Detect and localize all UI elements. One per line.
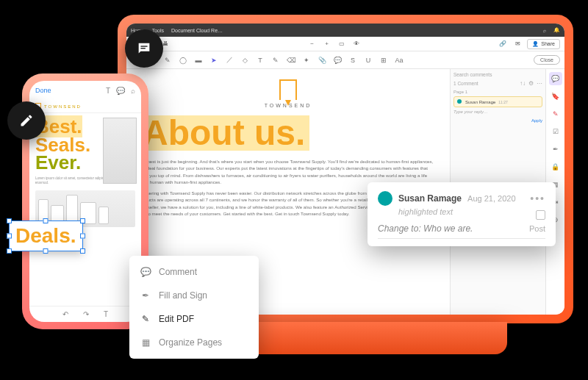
comments-rail-icon[interactable]: 💬 [549, 72, 562, 85]
done-button[interactable]: Done [35, 87, 51, 94]
bell-icon[interactable]: 🔔 [553, 27, 560, 33]
post-button[interactable]: Post [529, 224, 545, 233]
draw-tool-icon[interactable]: ✎ [270, 54, 282, 66]
bookmarks-rail-icon[interactable]: 🔖 [549, 90, 562, 103]
mobile-document[interactable]: Best. Seals. Ever. Lorem ipsum dolor sit… [29, 113, 141, 306]
comment-time: 11:27 [498, 100, 508, 104]
product-image [103, 118, 137, 184]
svg-rect-1 [140, 48, 145, 49]
apply-button[interactable]: Apply [453, 118, 542, 123]
zoom-out-icon[interactable]: − [307, 39, 318, 49]
comments-search[interactable]: Search comments [453, 72, 492, 77]
note-tool-icon[interactable]: 💬 [331, 54, 343, 66]
mobile-screen: Done T 💬 ⌕ TOWNSEND Best. Seals. Ever. L… [29, 81, 141, 322]
shapes-tool-icon[interactable]: ◯ [177, 54, 189, 66]
signature-icon: ✒ [140, 290, 151, 301]
line-tool-icon[interactable]: ／ [223, 54, 235, 66]
resize-handle[interactable] [80, 218, 85, 223]
more-icon[interactable]: ⋯ [537, 80, 542, 87]
textbox-tool-icon[interactable]: ⊞ [378, 54, 390, 66]
resolve-checkbox[interactable] [536, 210, 545, 220]
share-button[interactable]: 👤 Share [527, 39, 560, 49]
comment-text-input[interactable]: Change to: Who we are. [378, 223, 473, 234]
fit-page-icon[interactable]: ▭ [337, 39, 347, 49]
edit-toolbar: ▭ T ✎ ◯ ▬ ➤ ／ ◇ T ✎ ⌫ ✦ 📎 💬 S U ⊞ Aa Clo… [126, 51, 564, 69]
text-tool-icon[interactable]: T [106, 87, 110, 95]
ctx-fill-sign[interactable]: ✒ Fill and Sign [129, 284, 259, 307]
search-icon[interactable]: ⌕ [543, 28, 546, 33]
text-selection-box[interactable]: Deals. [9, 221, 83, 251]
brand-name: TOWNSEND [44, 104, 82, 109]
comments-count: 1 Comment [453, 81, 478, 86]
comment-type-label: highlighted text [398, 207, 545, 216]
font-size-icon[interactable]: Aa [393, 54, 405, 66]
comment-icon[interactable]: 💬 [116, 87, 125, 95]
resize-handle[interactable] [7, 234, 12, 239]
primary-toolbar: ☰ ⭳ 🖶 − + ▭ 👁 🔗 ✉ 👤 Share [126, 37, 564, 51]
form-rail-icon[interactable]: ☑ [549, 125, 562, 138]
comment-date: Aug 21, 2020 [467, 194, 515, 203]
stamp-tool-icon[interactable]: ✦ [301, 54, 312, 66]
resize-handle[interactable] [80, 234, 85, 239]
avatar-icon [378, 191, 392, 206]
callout-tool-icon[interactable]: ◇ [239, 54, 251, 66]
resize-handle[interactable] [43, 248, 49, 254]
text-mode-icon[interactable]: T [104, 310, 108, 318]
pencil-icon: ✎ [140, 314, 151, 324]
ctx-organize[interactable]: ▦ Organize Pages [129, 331, 259, 354]
email-icon[interactable]: ✉ [512, 39, 523, 49]
edit-pencil-icon[interactable] [7, 101, 46, 140]
resize-handle[interactable] [7, 218, 12, 223]
comment-card: Susan Ramage Aug 21, 2020 ••• highlighte… [368, 182, 556, 246]
ctx-comment[interactable]: 💬 Comment [129, 260, 259, 284]
avatar-icon [457, 99, 462, 104]
app-menubar: Home Tools Document Cloud Re… ⌕ 🔔 [126, 24, 564, 37]
sort-icon[interactable]: ↑↓ [520, 80, 526, 87]
redo-icon[interactable]: ↷ [83, 310, 89, 318]
mobile-brand-row: TOWNSEND [29, 100, 141, 113]
document-heading-highlighted[interactable]: About us. [138, 115, 309, 151]
comment-item[interactable]: Susan Ramage 11:27 [453, 96, 542, 107]
pages-icon: ▦ [140, 337, 151, 348]
link-icon[interactable]: 🔗 [498, 39, 508, 49]
highlight-tool-icon[interactable]: ▬ [193, 54, 204, 66]
mobile-header: Done T 💬 ⌕ [29, 81, 141, 100]
user-icon: 👤 [532, 41, 539, 47]
resize-handle[interactable] [7, 248, 12, 254]
undo-icon[interactable]: ↶ [62, 310, 68, 318]
reply-input[interactable]: Type your reply… [453, 110, 542, 114]
image-tool-icon[interactable]: ✎ [162, 54, 173, 66]
comment-author: Susan Ramage [398, 193, 462, 204]
page-label: Page 1 [453, 90, 542, 94]
svg-rect-0 [140, 46, 147, 46]
filter-icon[interactable]: ⚙ [528, 80, 534, 87]
close-toolbar-button[interactable]: Close [534, 55, 560, 65]
resize-handle[interactable] [43, 218, 49, 223]
pointer-tool-icon[interactable]: ➤ [208, 54, 220, 66]
mobile-footer: ↶ ↷ T [29, 306, 141, 322]
protect-rail-icon[interactable]: 🔒 [549, 160, 562, 173]
document-paragraph: The best is just the beginning. And that… [138, 158, 438, 185]
zoom-in-icon[interactable]: + [322, 39, 332, 49]
signature-rail-icon[interactable]: ✒ [549, 143, 562, 156]
comment-author: Susan Ramage [465, 100, 495, 104]
comment-icon: 💬 [140, 267, 151, 277]
underline-tool-icon[interactable]: U [362, 54, 374, 66]
chat-bubble-icon[interactable] [125, 29, 163, 68]
view-icon[interactable]: 👁 [351, 39, 362, 49]
heading-word: Ever. [35, 151, 81, 173]
context-menu: 💬 Comment ✒ Fill and Sign ✎ Edit PDF ▦ O… [129, 256, 259, 359]
ctx-edit-pdf[interactable]: ✎ Edit PDF [129, 307, 259, 331]
attach-tool-icon[interactable]: 📎 [316, 54, 328, 66]
brand-logo-icon [279, 79, 297, 100]
document-tab[interactable]: Document Cloud Re… [171, 28, 223, 33]
erase-tool-icon[interactable]: ⌫ [285, 54, 297, 66]
more-icon[interactable]: ••• [530, 193, 545, 204]
search-icon[interactable]: ⌕ [131, 87, 135, 95]
selected-text: Deals. [15, 224, 76, 247]
resize-handle[interactable] [80, 248, 85, 254]
text-callout-icon[interactable]: T [254, 54, 266, 66]
edit-rail-icon[interactable]: ✎ [549, 107, 562, 121]
strike-tool-icon[interactable]: S [347, 54, 359, 66]
